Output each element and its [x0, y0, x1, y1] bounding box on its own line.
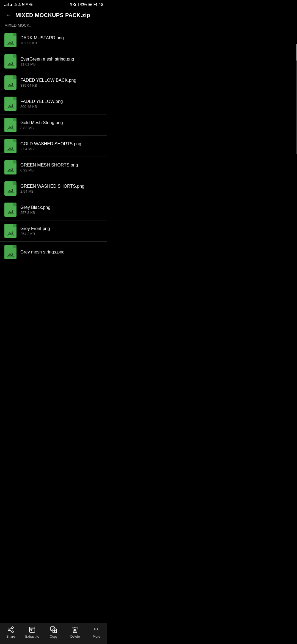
svg-point-10	[12, 253, 13, 254]
file-info: FADED YELLOW.png 800.48 KB	[20, 99, 103, 109]
file-size: 264.2 KB	[20, 232, 103, 236]
svg-point-1	[12, 62, 13, 63]
status-right: N ✿ ┇ 63% 4:45	[70, 2, 103, 7]
file-info: GREEN MESH SHORTS.png 0.92 MB	[20, 163, 103, 172]
list-item[interactable]: DARK MUSTARD.png 702.53 KB	[0, 30, 107, 51]
file-name: Grey mesh strings.png	[20, 250, 103, 255]
file-info: GREEN WASHED SHORTS.png 2.54 MB	[20, 184, 103, 193]
svg-point-0	[12, 41, 13, 42]
list-item[interactable]: FADED YELLOW BACK.png 885.64 KB	[0, 72, 107, 93]
warning-icon: ⚠	[14, 3, 17, 6]
file-icon	[4, 181, 16, 196]
svg-point-2	[12, 83, 13, 84]
file-icon	[4, 203, 16, 217]
shopping-icon: 🛍	[29, 3, 32, 6]
vibrate-icon: ┇	[77, 3, 79, 6]
file-size: 702.53 KB	[20, 41, 103, 45]
gmail-icon: M	[22, 3, 24, 6]
status-bar: ▲ ⚠ ⚠ M ✉ 🛍 N ✿ ┇ 63% 4:45	[0, 0, 107, 8]
file-name: FADED YELLOW BACK.png	[20, 78, 103, 83]
file-info: FADED YELLOW BACK.png 885.64 KB	[20, 78, 103, 88]
signal-bars	[4, 3, 9, 6]
file-icon	[4, 245, 16, 259]
list-item[interactable]: GOLD WASHED SHORTS.png 2.54 MB	[0, 136, 107, 157]
file-name: Gold Mesh String.png	[20, 120, 103, 125]
time: 4:45	[95, 2, 103, 7]
file-info: Gold Mesh String.png 8.82 MB	[20, 120, 103, 130]
svg-point-5	[12, 147, 13, 148]
list-item[interactable]: GREEN MESH SHORTS.png 0.92 MB	[0, 157, 107, 178]
list-item[interactable]: GREEN WASHED SHORTS.png 2.54 MB	[0, 178, 107, 199]
warning-icon-2: ⚠	[18, 3, 21, 6]
list-item[interactable]: Gold Mesh String.png 8.82 MB	[0, 114, 107, 136]
file-name: GREEN MESH SHORTS.png	[20, 163, 103, 168]
file-icon	[4, 160, 16, 174]
svg-point-4	[12, 126, 13, 127]
file-icon	[4, 224, 16, 238]
list-item[interactable]: Grey mesh strings.png	[0, 242, 107, 263]
bluetooth-icon: ✿	[73, 2, 76, 7]
page-title: MIXED MOCKUPS PACK.zip	[15, 12, 90, 18]
breadcrumb: MIXED MOCK...	[0, 23, 107, 30]
file-icon	[4, 33, 16, 47]
file-size: 800.48 KB	[20, 105, 103, 109]
file-icon	[4, 97, 16, 111]
file-size: 8.82 MB	[20, 126, 103, 130]
svg-point-8	[12, 211, 13, 212]
status-left: ▲ ⚠ ⚠ M ✉ 🛍	[4, 2, 32, 7]
file-icon	[4, 139, 16, 153]
file-name: DARK MUSTARD.png	[20, 36, 103, 40]
file-name: GOLD WASHED SHORTS.png	[20, 141, 103, 146]
list-item[interactable]: Grey Black.png 257.8 KB	[0, 199, 107, 220]
list-item[interactable]: EverGreen mesh string.png 11.01 MB	[0, 51, 107, 72]
file-name: Grey Front.png	[20, 226, 103, 231]
email-icon: ✉	[26, 3, 28, 6]
file-info: GOLD WASHED SHORTS.png 2.54 MB	[20, 141, 103, 151]
file-icon	[4, 54, 16, 69]
file-name: GREEN WASHED SHORTS.png	[20, 184, 103, 189]
nfc-icon: N	[70, 3, 72, 6]
list-item[interactable]: Grey Front.png 264.2 KB	[0, 220, 107, 242]
file-size: 885.64 KB	[20, 83, 103, 88]
file-info: DARK MUSTARD.png 702.53 KB	[20, 36, 103, 45]
file-size: 11.01 MB	[20, 62, 103, 66]
wifi-icon: ▲	[10, 2, 13, 7]
svg-point-7	[12, 189, 13, 190]
battery-icon	[88, 3, 94, 6]
header: ← MIXED MOCKUPS PACK.zip	[0, 8, 107, 23]
svg-point-3	[12, 105, 13, 106]
file-info: EverGreen mesh string.png 11.01 MB	[20, 57, 103, 66]
file-size: 2.54 MB	[20, 147, 103, 151]
battery-percent: 63%	[80, 2, 87, 6]
file-info: Grey Black.png 257.8 KB	[20, 205, 103, 215]
file-size: 0.92 MB	[20, 168, 103, 172]
file-list: DARK MUSTARD.png 702.53 KB EverGreen mes…	[0, 30, 107, 287]
file-name: FADED YELLOW.png	[20, 99, 103, 104]
file-icon	[4, 75, 16, 90]
file-info: Grey mesh strings.png	[20, 250, 103, 255]
svg-point-6	[12, 168, 13, 169]
file-icon	[4, 118, 16, 132]
file-name: EverGreen mesh string.png	[20, 57, 103, 62]
back-button[interactable]: ←	[4, 10, 13, 20]
list-item[interactable]: FADED YELLOW.png 800.48 KB	[0, 93, 107, 114]
file-name: Grey Black.png	[20, 205, 103, 210]
file-size: 257.8 KB	[20, 211, 103, 215]
svg-point-9	[12, 232, 13, 233]
file-size: 2.54 MB	[20, 189, 103, 193]
file-info: Grey Front.png 264.2 KB	[20, 226, 103, 236]
